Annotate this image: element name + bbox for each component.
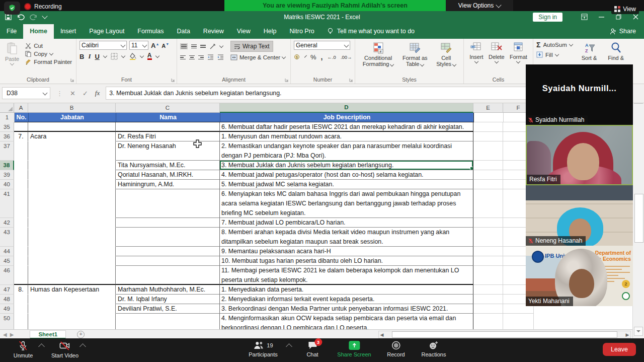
cell-C35[interactable] xyxy=(116,122,220,132)
tab-file[interactable]: File xyxy=(0,24,23,39)
cell-C38[interactable]: Tita Nursyamsiah, M.Ec. xyxy=(116,161,220,170)
cell-A45[interactable] xyxy=(14,256,28,266)
cell-D38[interactable]: 3. Membuat Juklak dan Juknis sebelum keg… xyxy=(220,161,473,170)
format-as-table-button[interactable]: Format asTable xyxy=(400,41,430,68)
row-header-46[interactable]: 46 xyxy=(0,266,14,285)
row-header-42[interactable]: 42 xyxy=(0,218,14,228)
add-sheet-button[interactable]: + xyxy=(77,331,85,338)
ribbon-display-options-icon[interactable] xyxy=(576,11,593,23)
recording-indicator[interactable]: Recording xyxy=(24,2,62,12)
row-header-37[interactable]: 37 xyxy=(0,141,14,161)
horizontal-scrollbar[interactable]: ◀ ▶ xyxy=(378,331,631,338)
tab-formulas[interactable]: Formulas xyxy=(131,24,170,39)
header-job-description[interactable]: Job Description xyxy=(220,113,474,122)
redo-icon[interactable] xyxy=(30,14,38,20)
cell-C39[interactable]: Qoriatul Hasanah, M.IRKH. xyxy=(116,170,220,180)
number-dialog-launcher-icon[interactable] xyxy=(349,78,353,82)
view-options-button[interactable]: View Options xyxy=(446,0,513,11)
row-header-41[interactable]: 41 xyxy=(0,189,14,218)
borders-icon[interactable] xyxy=(111,53,118,60)
delete-cells-button[interactable]: Delete xyxy=(487,41,507,64)
cell-E43[interactable] xyxy=(473,228,503,247)
cell-E36[interactable] xyxy=(473,132,503,141)
cell-B42[interactable] xyxy=(28,218,116,228)
cell-D36[interactable]: 1. Menyusun dan membuat rundown acara. xyxy=(220,132,473,141)
cell-E45[interactable] xyxy=(473,256,503,266)
tab-page-layout[interactable]: Page Layout xyxy=(83,24,131,39)
cell-B46[interactable] xyxy=(28,266,116,285)
start-video-button[interactable]: Start Video xyxy=(51,341,78,358)
header-no[interactable]: No. xyxy=(15,113,29,122)
customize-quick-access-icon[interactable] xyxy=(42,13,47,19)
minimize-button[interactable] xyxy=(593,11,610,23)
zoom-view-button[interactable]: View xyxy=(611,4,639,14)
align-right-button[interactable] xyxy=(198,55,204,60)
cell-C43[interactable] xyxy=(116,228,220,247)
row-header-35[interactable]: 35 xyxy=(0,122,14,132)
sort-filter-button[interactable]: AZ Sort & xyxy=(580,41,599,62)
font-size-combo[interactable]: 11 xyxy=(129,41,148,50)
cell-E42[interactable] xyxy=(473,218,503,228)
row-header-43[interactable]: 43 xyxy=(0,228,14,247)
cell-C37[interactable]: Dr. Neneng Hasanah xyxy=(116,141,220,161)
participants-options-icon[interactable] xyxy=(286,343,292,350)
paste-button[interactable]: Paste xyxy=(3,41,21,66)
video-tile-yekti[interactable]: IPB Universit Department oflamic Economi… xyxy=(526,246,633,306)
header-nama[interactable]: Nama xyxy=(116,113,220,122)
share-button[interactable]: Share xyxy=(610,28,644,39)
row-header-50[interactable]: 50 xyxy=(0,314,14,329)
row-header-38[interactable]: 38 xyxy=(0,161,14,170)
align-middle-button[interactable] xyxy=(191,44,197,49)
cell-A39[interactable] xyxy=(14,170,28,180)
row-header-44[interactable]: 44 xyxy=(0,247,14,256)
cell-C40[interactable]: Haminingrum, A.Md. xyxy=(116,180,220,189)
chat-button[interactable]: 3 Chat xyxy=(306,341,318,357)
hscroll-thumb[interactable] xyxy=(392,331,617,338)
fill-button[interactable]: Fill xyxy=(536,51,573,58)
percent-style-button[interactable]: % xyxy=(310,53,316,61)
sheet-nav-left-icon[interactable]: ◀ xyxy=(3,332,7,337)
record-button[interactable]: Record xyxy=(387,341,405,357)
cell-D47[interactable]: 1. Menyediakan data peserta. xyxy=(220,285,473,295)
font-name-combo[interactable]: Calibri xyxy=(79,41,127,50)
format-painter-button[interactable]: Format Painter xyxy=(25,59,72,65)
cell-E37[interactable] xyxy=(473,141,503,161)
tab-review[interactable]: Review xyxy=(197,24,230,39)
row-header-47[interactable]: 47 xyxy=(0,285,14,295)
cell-B38[interactable] xyxy=(28,161,116,170)
row-header-1[interactable]: 1 xyxy=(0,113,15,123)
copy-button[interactable]: Copy xyxy=(25,51,72,57)
cut-button[interactable]: Cut xyxy=(25,43,72,49)
cell-B40[interactable] xyxy=(28,180,116,189)
decrease-indent-icon[interactable] xyxy=(207,54,214,60)
cell-styles-button[interactable]: CellStyles xyxy=(434,41,458,68)
cell-C47[interactable]: Marhamah Muthohharoh, M.Ec. xyxy=(116,285,220,295)
row-header-49[interactable]: 49 xyxy=(0,304,14,314)
security-shield-button[interactable] xyxy=(4,2,20,15)
cell-B45[interactable] xyxy=(28,256,116,266)
italic-button[interactable]: I xyxy=(88,52,91,60)
cell-E47[interactable] xyxy=(473,285,503,295)
cell-A36[interactable]: 7. xyxy=(14,132,28,141)
cell-D37[interactable]: 2. Memastikan undangan keynote speaker d… xyxy=(220,141,473,161)
cell-E35[interactable] xyxy=(473,122,503,132)
enter-icon[interactable]: ✓ xyxy=(83,90,88,97)
cell-D35[interactable]: 6. Membuat daftar hadir peserta IESWC 20… xyxy=(220,122,473,132)
cell-D44[interactable]: 9. Memantau pelaksanaan acara hari-H xyxy=(220,247,473,256)
clipboard-dialog-launcher-icon[interactable] xyxy=(70,78,74,82)
hscroll-right-icon[interactable]: ▶ xyxy=(624,332,630,337)
cell-B44[interactable] xyxy=(28,247,116,256)
cell-C45[interactable] xyxy=(116,256,220,266)
name-box[interactable]: D38 xyxy=(2,87,50,99)
cell-E41[interactable] xyxy=(473,189,503,218)
cell-A41[interactable] xyxy=(14,189,28,218)
scroll-down-icon[interactable] xyxy=(634,327,643,336)
tab-data[interactable]: Data xyxy=(170,24,196,39)
shrink-font-button[interactable]: A▼ xyxy=(162,42,169,49)
cell-D50[interactable]: 4. Menginformasikan akun OCW kepada seti… xyxy=(220,314,473,329)
cell-C36[interactable]: Dr. Resfa Fitri xyxy=(116,132,220,141)
cell-C46[interactable] xyxy=(116,266,220,285)
cell-A46[interactable] xyxy=(14,266,28,285)
column-header-a[interactable]: A xyxy=(14,103,28,113)
increase-decimal-button[interactable]: ←.0 xyxy=(327,54,336,60)
